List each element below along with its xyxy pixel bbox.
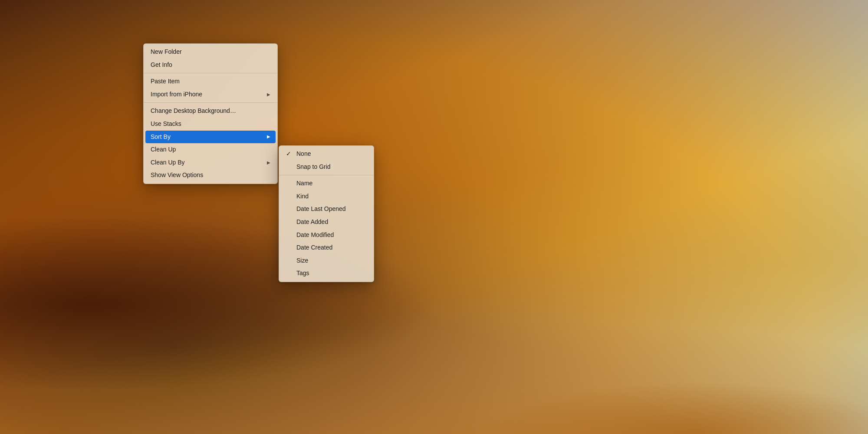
submenu-arrow-clean-up-by: ▶	[267, 160, 270, 166]
menu-item-change-desktop-bg[interactable]: Change Desktop Background…	[144, 105, 277, 118]
submenu-item-date-added[interactable]: Date Added	[279, 216, 374, 229]
divider-1	[144, 73, 277, 73]
menu-item-show-view-options[interactable]: Show View Options	[144, 169, 277, 182]
dune-overlay	[0, 0, 868, 434]
menu-item-get-info[interactable]: Get Info	[144, 59, 277, 72]
menu-item-use-stacks[interactable]: Use Stacks	[144, 118, 277, 131]
submenu-item-name[interactable]: Name	[279, 177, 374, 190]
submenu-item-date-last-opened[interactable]: Date Last Opened	[279, 203, 374, 216]
sort-by-submenu: ✓ None Snap to Grid Name Kind Date Last …	[279, 145, 374, 282]
menu-item-import-from-iphone[interactable]: Import from iPhone ▶	[144, 88, 277, 101]
submenu-item-none[interactable]: ✓ None	[279, 148, 374, 161]
submenu-divider-1	[279, 175, 374, 175]
menu-item-clean-up[interactable]: Clean Up	[144, 143, 277, 156]
submenu-item-size[interactable]: Size	[279, 254, 374, 267]
menu-item-clean-up-by[interactable]: Clean Up By ▶	[144, 156, 277, 169]
context-menu: New Folder Get Info Paste Item Import fr…	[143, 43, 278, 184]
check-none: ✓	[286, 150, 293, 158]
menu-item-paste-item[interactable]: Paste Item	[144, 75, 277, 88]
submenu-item-tags[interactable]: Tags	[279, 267, 374, 280]
menu-item-sort-by[interactable]: Sort By ▶	[145, 131, 276, 144]
submenu-arrow-sort-by: ▶	[267, 134, 270, 140]
submenu-item-date-created[interactable]: Date Created	[279, 241, 374, 254]
context-menu-container: New Folder Get Info Paste Item Import fr…	[143, 43, 374, 282]
submenu-item-kind[interactable]: Kind	[279, 190, 374, 203]
menu-item-new-folder[interactable]: New Folder	[144, 46, 277, 59]
submenu-arrow-import: ▶	[267, 92, 270, 98]
submenu-item-date-modified[interactable]: Date Modified	[279, 229, 374, 242]
divider-2	[144, 102, 277, 103]
submenu-item-snap-to-grid[interactable]: Snap to Grid	[279, 161, 374, 174]
